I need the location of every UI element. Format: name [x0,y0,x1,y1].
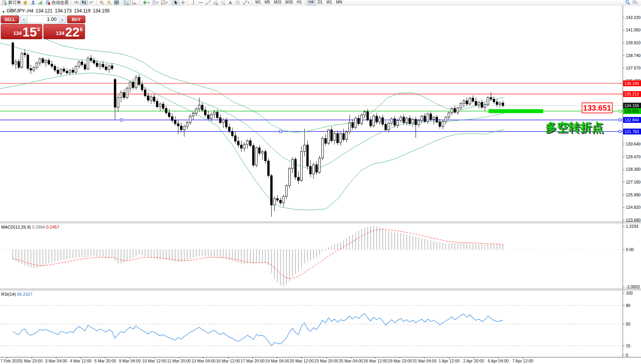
macd-histogram-bar [482,244,482,250]
accounts-button[interactable] [29,0,37,5]
chart-bars-button[interactable] [73,0,80,5]
bearish-candle [493,99,495,102]
timeframe-m15-button[interactable]: M15 [272,0,283,5]
bearish-candle [165,108,167,113]
timeframe-h1-button[interactable]: H1 [295,0,304,5]
chart-canvas[interactable]: 133.651多空转折点多空转折点MACD(12,26,9) 0.2864 0.… [0,0,641,364]
timeframe-m1-button[interactable]: M1 [253,0,263,5]
trendline-button[interactable] [204,0,212,5]
search-button[interactable] [624,0,631,5]
macd-histogram-bar [304,250,305,263]
signal-icon [38,0,43,5]
indicators-button[interactable]: ▾ [141,0,151,5]
periods-button[interactable]: ▾ [151,0,160,5]
bearish-candle [72,70,74,73]
price-annotation-text[interactable]: 133.651 [583,104,611,112]
macd-histogram-bar [328,247,329,250]
line-handle[interactable] [619,110,621,112]
text-a-button[interactable]: A [227,0,234,5]
support-line-2-tag-label: 131.783 [624,129,639,134]
macd-histogram-bar [232,250,233,261]
dropdown-arrow-icon[interactable]: ▾ [166,1,168,4]
chart-candles-button[interactable] [80,0,88,5]
line-handle[interactable] [619,130,621,133]
channel-button[interactable]: E [212,0,219,5]
chart-line-button[interactable] [88,0,95,5]
bearish-candle [225,120,227,127]
crosshair-button[interactable] [179,0,187,5]
collapse-arrow-icon[interactable]: ▲ [2,10,5,13]
macd-histogram-bar [265,250,266,263]
turning-point-label[interactable]: 多空转折点 [545,121,603,133]
rsi-tick-label: 0 [626,353,628,357]
timeframe-w1-button[interactable]: W1 [324,0,334,5]
macd-histogram-bar [136,250,137,256]
bearish-candle [253,146,255,165]
macd-histogram-bar [253,250,254,264]
timeframe-m30-button[interactable]: M30 [283,0,295,5]
support-zone-rect[interactable] [489,109,543,113]
bullish-candle [75,66,77,72]
auto-scroll-button[interactable] [123,0,131,5]
dropdown-arrow-icon[interactable]: ▾ [248,1,249,4]
support-line-1-tag-label: 132.844 [624,118,639,122]
new-order-icon [2,0,7,5]
bearish-candle [114,80,116,107]
bullish-candle [69,70,71,73]
vline-button[interactable] [190,0,197,5]
cursor-button[interactable] [172,0,179,5]
fibonacci-button[interactable]: F [219,0,227,5]
price-tick-label: 137.570 [626,66,641,70]
line-handle[interactable] [619,119,621,121]
rsi-panel-plot-area[interactable] [0,290,623,357]
label-t-button[interactable]: T [234,0,241,5]
chat-button[interactable] [631,0,639,5]
macd-histogram-bar [151,250,152,258]
macd-histogram-bar [464,243,464,250]
bearish-candle [475,101,477,105]
time-axis[interactable]: 7 Feb 20201 Mar 23:003 Mar 04:004 Mar 12… [0,357,533,363]
new-order-button[interactable]: 新订单 [1,0,22,5]
tile-windows-button[interactable] [113,0,120,5]
shapes-button[interactable]: ▾ [241,0,251,5]
macd-histogram-bar [154,250,154,258]
timeframe-mn-button[interactable]: MN [334,0,344,5]
signal-button[interactable] [37,0,44,5]
line-handle[interactable] [120,119,123,121]
volume-value[interactable]: 1.00 [28,16,59,23]
chart-shift-button[interactable] [131,0,138,5]
hline-button[interactable] [197,0,204,5]
zoom-out-button[interactable] [106,0,113,5]
dropdown-arrow-icon[interactable]: ▾ [148,1,149,4]
timeframe-h4-button[interactable]: H4 [307,0,316,5]
volume-increase-button[interactable]: ▲ [59,16,66,23]
bearish-candle [81,62,83,65]
volume-stepper[interactable]: ▼ 1.00 ▲ [20,16,66,23]
bearish-candle [231,131,233,135]
bearish-candle [481,102,483,107]
bullish-candle [195,109,197,113]
templates-button[interactable]: ▾ [159,0,169,5]
line-handle[interactable] [279,130,282,133]
main-chart-plot-area[interactable] [0,5,623,222]
bearish-candle [66,71,68,73]
macd-histogram-bar [160,250,161,259]
buy-price-display[interactable]: 134 22 6 [43,24,85,39]
dropdown-arrow-icon[interactable]: ▾ [157,1,159,4]
macd-histogram-bar [130,250,130,259]
macd-histogram-bar [322,250,323,251]
zoom-in-button[interactable] [98,0,106,5]
megaphone-button[interactable] [22,0,29,5]
sell-button[interactable]: SELL [1,16,19,23]
volume-decrease-button[interactable]: ▼ [21,16,28,23]
bearish-candle [217,112,218,118]
autotrading-button[interactable]: 自动交易 [44,0,70,5]
bullish-candle [274,199,275,205]
timeframe-m5-button[interactable]: M5 [263,0,272,5]
timeframe-d1-button[interactable]: D1 [315,0,324,5]
buy-button[interactable]: BUY [67,16,85,23]
macd-panel-plot-area[interactable] [0,223,623,288]
macd-histogram-bar [313,250,314,258]
price-axis[interactable]: 142.220141.050139.910138.740137.570136.4… [623,5,641,357]
sell-price-display[interactable]: 134 15 5 [1,24,42,39]
